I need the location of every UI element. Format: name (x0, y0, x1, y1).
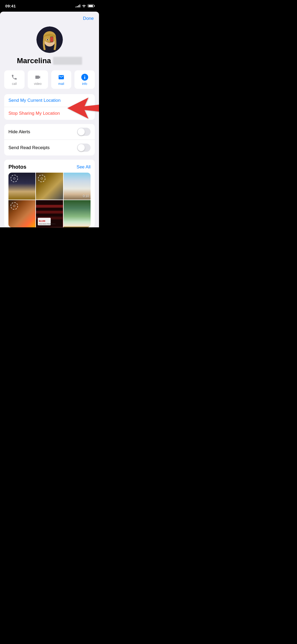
svg-point-5 (43, 31, 56, 43)
see-all-button[interactable]: See All (77, 164, 91, 170)
done-button[interactable]: Done (83, 16, 94, 21)
avatar (36, 26, 63, 53)
video-icon (34, 73, 41, 81)
svg-rect-18 (36, 211, 63, 214)
mail-icon (58, 73, 65, 81)
live-photo-indicator-1 (11, 175, 18, 182)
svg-rect-14 (84, 77, 85, 79)
avatar-image (36, 26, 63, 53)
mail-button[interactable]: mail (51, 70, 72, 89)
status-time: 09:41 (5, 4, 16, 8)
photo-cell-3[interactable]: 0:10 (64, 173, 91, 200)
photo-cell-5[interactable]: $1199 RANCHERA PREPARADA (36, 200, 63, 227)
photo-cell-4[interactable] (8, 200, 35, 227)
contact-name-row: Marcelina (17, 57, 82, 65)
video-label: video (34, 82, 42, 86)
video-duration: 0:10 (83, 194, 89, 198)
svg-text:$1199: $1199 (39, 220, 45, 222)
send-read-receipts-label: Send Read Receipts (8, 145, 50, 150)
photo-cell-6[interactable] (64, 200, 91, 227)
hide-alerts-row: Hide Alerts (4, 124, 95, 140)
profile-section: Marcelina (0, 23, 99, 70)
settings-card: Hide Alerts Send Read Receipts (4, 124, 95, 155)
live-photo-indicator-4 (11, 202, 18, 210)
photo-content-5: $1199 RANCHERA PREPARADA (36, 200, 63, 227)
svg-point-8 (47, 39, 48, 40)
photos-section: Photos See All 0:10 (4, 160, 95, 227)
hide-alerts-label: Hide Alerts (8, 129, 30, 135)
contact-last-name-blurred (53, 57, 82, 65)
stop-sharing-label: Stop Sharing My Location (8, 111, 60, 116)
action-buttons-row: call video mail (0, 70, 99, 94)
photos-header: Photos See All (4, 160, 95, 173)
status-icons (76, 4, 95, 7)
signal-icon (76, 4, 80, 7)
info-icon (81, 73, 88, 81)
send-location-row[interactable]: Send My Current Location (4, 94, 95, 107)
call-icon (11, 73, 18, 81)
send-read-receipts-row: Send Read Receipts (4, 140, 95, 155)
call-label: call (12, 82, 17, 86)
stop-sharing-row[interactable]: Stop Sharing My Location (4, 107, 95, 120)
svg-text:RANCHERA PREPARADA: RANCHERA PREPARADA (39, 223, 56, 225)
photo-cell-1[interactable] (8, 173, 35, 200)
header: Done (0, 12, 99, 23)
send-read-receipts-toggle[interactable] (77, 144, 91, 152)
contact-first-name: Marcelina (17, 57, 51, 65)
battery-icon (88, 4, 95, 7)
status-bar: 09:41 (0, 0, 99, 12)
photos-grid: 0:10 $1199 RANCHERA P (8, 173, 91, 227)
svg-point-13 (84, 76, 85, 76)
photo-cell-2[interactable] (36, 173, 63, 200)
video-button[interactable]: video (28, 70, 48, 89)
location-actions-card: Send My Current Location Stop Sharing My… (4, 94, 95, 120)
mail-label: mail (58, 82, 64, 86)
main-content: Done (0, 12, 99, 227)
live-photo-indicator-2 (38, 175, 45, 182)
hide-alerts-toggle[interactable] (77, 128, 91, 136)
location-card: Send My Current Location Stop Sharing My… (0, 94, 99, 120)
send-location-label: Send My Current Location (8, 98, 61, 103)
call-button[interactable]: call (4, 70, 25, 89)
photos-title: Photos (8, 164, 26, 170)
info-label: info (82, 82, 87, 86)
svg-rect-17 (36, 205, 63, 208)
svg-rect-11 (50, 37, 53, 42)
wifi-icon (82, 4, 86, 7)
info-button[interactable]: info (74, 70, 95, 89)
